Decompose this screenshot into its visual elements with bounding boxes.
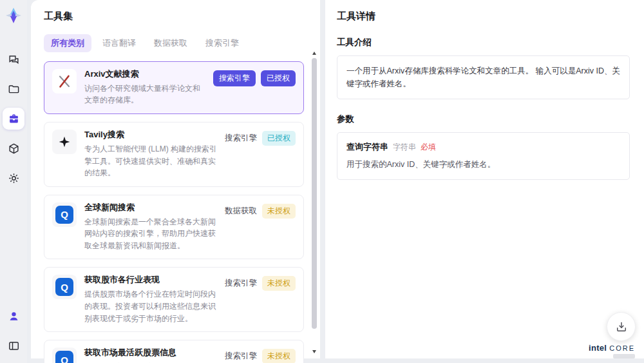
auth-status-badge: 未授权 <box>262 204 296 219</box>
tavily-star-icon <box>52 130 77 154</box>
tool-name: 获取股市各行业表现 <box>84 275 217 286</box>
user-avatar-icon[interactable] <box>3 305 24 327</box>
tool-card-tavily[interactable]: Tavily搜索 专为人工智能代理 (LLM) 构建的搜索引擎工具。可快速提供实… <box>44 122 304 187</box>
brand-sub-mark <box>613 354 635 358</box>
scroll-up-arrow-icon[interactable] <box>312 52 316 55</box>
auth-status-badge: 未授权 <box>262 349 296 363</box>
param-item: 查询字符串 字符串 必填 用于搜索的Arxiv ID、关键字或作者姓名。 <box>337 132 630 180</box>
scrollbar-thumb[interactable] <box>312 58 317 329</box>
tool-description: 专为人工智能代理 (LLM) 构建的搜索引擎工具。可快速提供实时、准确和真实的结… <box>84 143 217 179</box>
brand-core-text: CORE <box>609 344 635 352</box>
tool-name: 获取市场最活跃股票信息 <box>84 348 217 358</box>
tool-detail-panel: 工具详情 工具介绍 一个用于从Arxiv存储库搜索科学论文和文章的工具。 输入可… <box>325 0 644 358</box>
tab-search-engine[interactable]: 搜索引擎 <box>198 34 246 52</box>
auth-status-badge: 已授权 <box>262 131 296 146</box>
auth-status-badge: 已授权 <box>261 70 296 86</box>
category-tabs: 所有类别 语言翻译 数据获取 搜索引擎 <box>44 34 305 52</box>
tool-description: 访问各个研究领域大量科学论文和文章的存储库。 <box>84 83 205 106</box>
intro-heading: 工具介绍 <box>337 37 630 48</box>
nav-chat-icon[interactable] <box>3 48 24 70</box>
download-icon <box>615 320 628 333</box>
tool-description: 提供股票市场各个行业在特定时间段内的表现。投资者可以利用这些信息来识别表现优于或… <box>84 288 217 324</box>
param-name: 查询字符串 <box>346 141 388 153</box>
news-q-icon: Q <box>52 202 77 227</box>
tool-card-most-active-stocks[interactable]: Q 获取市场最活跃股票信息 提供当天交易量最高的股票列表，投资者可以利用这些信息… <box>44 340 304 363</box>
tab-language-translation[interactable]: 语言翻译 <box>95 34 143 52</box>
scroll-down-arrow-icon[interactable] <box>312 350 316 353</box>
tool-name: Arxiv文献搜索 <box>84 69 205 80</box>
news-q-icon: Q <box>52 348 77 363</box>
collapse-sidebar-icon[interactable] <box>3 335 24 357</box>
auth-status-badge: 未授权 <box>262 276 296 291</box>
tab-all-categories[interactable]: 所有类别 <box>44 34 91 52</box>
intel-core-logo: intel CORE <box>589 343 635 358</box>
params-heading: 参数 <box>337 113 630 125</box>
tool-description: 全球新闻搜索是一个聚合全球各大新闻网站内容的搜索引擎，帮助用户快速获取全球最新资… <box>84 216 217 252</box>
category-label: 搜索引擎 <box>225 276 257 289</box>
category-label: 搜索引擎 <box>225 131 257 144</box>
brand-intel-text: intel <box>589 343 607 353</box>
left-rail <box>0 0 27 363</box>
tab-data-fetch[interactable]: 数据获取 <box>147 34 194 52</box>
app-logo-icon <box>3 5 24 26</box>
nav-folder-icon[interactable] <box>3 78 24 100</box>
category-badge: 搜索引擎 <box>213 70 256 86</box>
param-type: 字符串 <box>393 142 416 153</box>
arxiv-icon <box>52 69 77 93</box>
category-label: 数据获取 <box>225 204 257 217</box>
tool-card-global-news[interactable]: Q 全球新闻搜索 全球新闻搜索是一个聚合全球各大新闻网站内容的搜索引擎，帮助用户… <box>44 195 304 260</box>
category-label: 搜索引擎 <box>225 349 257 362</box>
news-q-icon: Q <box>52 275 77 299</box>
nav-settings-gear-icon[interactable] <box>3 167 24 189</box>
intro-box: 一个用于从Arxiv存储库搜索科学论文和文章的工具。 输入可以是Arxiv ID… <box>337 55 630 99</box>
intro-text: 一个用于从Arxiv存储库搜索科学论文和文章的工具。 输入可以是Arxiv ID… <box>346 64 620 90</box>
list-scrollbar[interactable] <box>312 54 317 348</box>
page-title: 工具集 <box>44 10 305 23</box>
param-description: 用于搜索的Arxiv ID、关键字或作者姓名。 <box>346 159 620 171</box>
nav-toolbox-icon[interactable] <box>3 108 24 130</box>
nav-package-icon[interactable] <box>3 137 24 159</box>
tool-card-sector-performance[interactable]: Q 获取股市各行业表现 提供股票市场各个行业在特定时间段内的表现。投资者可以利用… <box>44 267 304 332</box>
param-required-badge: 必填 <box>421 142 436 153</box>
tool-name: Tavily搜索 <box>84 130 217 141</box>
detail-title: 工具详情 <box>337 10 630 23</box>
tool-card-list: Arxiv文献搜索 访问各个研究领域大量科学论文和文章的存储库。 搜索引擎 已授… <box>44 61 304 363</box>
tool-name: 全球新闻搜索 <box>84 202 217 213</box>
app-window: 工具集 所有类别 语言翻译 数据获取 搜索引擎 A <box>0 0 644 363</box>
tool-card-arxiv[interactable]: Arxiv文献搜索 访问各个研究领域大量科学论文和文章的存储库。 搜索引擎 已授… <box>44 61 304 114</box>
tool-list-panel: 工具集 所有类别 语言翻译 数据获取 搜索引擎 A <box>31 0 320 358</box>
download-button[interactable] <box>607 312 636 341</box>
main-area: 工具集 所有类别 语言翻译 数据获取 搜索引擎 A <box>27 0 644 363</box>
